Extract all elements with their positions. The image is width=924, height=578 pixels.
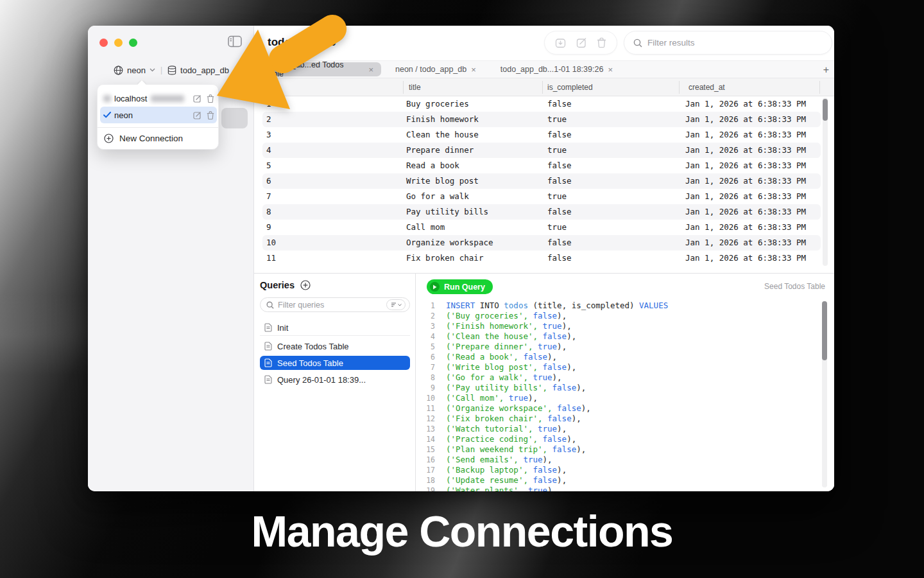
connection-switcher[interactable]: neon | todo_app_db: [114, 62, 229, 78]
table-row[interactable]: 9Call momtrueJan 1, 2026 at 6:38:33 PM: [254, 220, 834, 235]
code-text: ('Update resume', false),: [440, 475, 567, 486]
code-text: ('Fix broken chair', false),: [440, 414, 581, 424]
minimize-window-button[interactable]: [114, 39, 123, 47]
column-header-created-at[interactable]: created_at: [689, 83, 725, 92]
query-item[interactable]: Query 26-01-01 18:39...: [260, 372, 410, 387]
line-number: 12: [416, 414, 440, 424]
query-list: InitCreate Todos TableSeed Todos TableQu…: [260, 320, 410, 389]
filter-results-input[interactable]: [647, 38, 808, 48]
query-item[interactable]: Init: [260, 320, 410, 336]
edit-connection-icon[interactable]: [193, 94, 201, 103]
code-line: 3('Finish homework', true),: [416, 321, 826, 331]
query-item[interactable]: Create Todos Table: [260, 339, 410, 353]
code-line: 19('Water plants', true),: [416, 486, 826, 491]
edit-row-icon[interactable]: [576, 37, 587, 48]
table-row[interactable]: 3Clean the housefalseJan 1, 2026 at 6:38…: [254, 127, 834, 143]
table-row[interactable]: 2Finish homeworktrueJan 1, 2026 at 6:38:…: [254, 112, 834, 127]
connection-item-localhost[interactable]: localhost: [100, 90, 217, 107]
export-icon[interactable]: [555, 37, 566, 48]
table-cell: Prepare dinner: [406, 143, 474, 158]
column-divider[interactable]: [403, 81, 404, 94]
line-number: 15: [416, 444, 440, 455]
table-cell: 5: [266, 158, 271, 173]
table-cell: Jan 1, 2026 at 6:38:33 PM: [685, 127, 806, 143]
code-line: 2('Buy groceries', false),: [416, 311, 826, 321]
line-number: 10: [416, 393, 440, 403]
line-number: 4: [416, 331, 440, 342]
table-scrollbar-thumb[interactable]: [823, 99, 828, 121]
caption-text: Manage Connections: [0, 506, 924, 556]
sidebar-selected-item: [221, 108, 248, 128]
column-header-is-completed[interactable]: is_completed: [547, 83, 593, 92]
table-row[interactable]: 11Fix broken chairfalseJan 1, 2026 at 6:…: [254, 250, 834, 266]
table-cell: Go for a walk: [406, 189, 469, 204]
query-item-label: Create Todos Table: [277, 342, 349, 351]
line-number: 11: [416, 403, 440, 414]
code-text: ('Buy groceries', false),: [440, 311, 567, 321]
tab-seed-todos-table[interactable]: do_app_db...ed Todos Table ×: [257, 62, 381, 76]
code-line: 12('Fix broken chair', false),: [416, 414, 826, 424]
code-line: 18('Update resume', false),: [416, 475, 826, 486]
table-cell: false: [547, 158, 572, 173]
current-query-name: Seed Todos Table: [764, 282, 825, 291]
table-cell: Jan 1, 2026 at 6:38:33 PM: [685, 173, 806, 189]
table-row[interactable]: 6Write blog postfalseJan 1, 2026 at 6:38…: [254, 173, 834, 189]
close-tab-icon[interactable]: ×: [368, 66, 373, 74]
edit-connection-icon[interactable]: [193, 111, 201, 119]
query-item-label: Init: [277, 323, 288, 333]
close-window-button[interactable]: [99, 39, 108, 47]
line-number: 19: [416, 486, 440, 491]
tab-neon-todo-app-db[interactable]: neon / todo_app_db ×: [388, 62, 484, 76]
table-row[interactable]: 7Go for a walktrueJan 1, 2026 at 6:38:33…: [254, 189, 834, 204]
close-tab-icon[interactable]: ×: [608, 66, 613, 74]
popover-caret: [137, 80, 146, 85]
tab-query-timestamp[interactable]: todo_app_db...1-01 18:39:26 ×: [493, 62, 620, 76]
code-text: INSERT INTO todos (title, is_completed) …: [440, 301, 668, 311]
add-query-icon[interactable]: [300, 280, 311, 290]
table-cell: 11: [266, 250, 276, 266]
sql-editor[interactable]: Run Query Seed Todos Table 1INSERT INTO …: [416, 274, 834, 491]
close-tab-icon[interactable]: ×: [471, 66, 476, 74]
filter-results-box: [624, 31, 832, 55]
globe-icon: [114, 66, 123, 75]
delete-connection-icon[interactable]: [207, 111, 214, 119]
new-connection-button[interactable]: New Connection: [100, 130, 217, 146]
table-row[interactable]: 4Prepare dinnertrueJan 1, 2026 at 6:38:3…: [254, 143, 834, 158]
new-tab-button[interactable]: +: [823, 61, 829, 79]
filter-queries-input[interactable]: [278, 301, 382, 310]
line-number: 18: [416, 475, 440, 486]
query-item[interactable]: Seed Todos Table: [260, 356, 410, 370]
table-cell: Buy groceries: [406, 96, 469, 112]
column-divider[interactable]: [542, 81, 543, 94]
code-line: 10('Call mom', true),: [416, 393, 826, 403]
code-line: 13('Watch tutorial', true),: [416, 424, 826, 434]
code-text: ('Call mom', true),: [440, 393, 538, 403]
zoom-window-button[interactable]: [129, 39, 137, 47]
delete-connection-icon[interactable]: [207, 94, 214, 103]
delete-row-icon[interactable]: [597, 37, 606, 48]
table-row[interactable]: 1Buy groceriesfalseJan 1, 2026 at 6:38:3…: [254, 96, 834, 112]
sidebar-toggle-icon[interactable]: [228, 35, 242, 48]
table-cell: Jan 1, 2026 at 6:38:33 PM: [685, 112, 806, 127]
table-cell: Finish homework: [406, 112, 479, 127]
code-line: 6('Read a book', false),: [416, 352, 826, 362]
column-divider[interactable]: [819, 81, 820, 94]
redacted-blur: [103, 95, 111, 102]
run-query-button[interactable]: Run Query: [427, 279, 493, 294]
column-divider[interactable]: [679, 81, 680, 94]
connection-item-neon[interactable]: neon: [100, 107, 217, 123]
line-number: 8: [416, 372, 440, 383]
table-cell: Jan 1, 2026 at 6:38:33 PM: [685, 96, 806, 112]
line-number: 7: [416, 362, 440, 372]
query-sort-button[interactable]: [386, 299, 406, 310]
column-header-title[interactable]: title: [409, 83, 421, 92]
table-row[interactable]: 5Read a bookfalseJan 1, 2026 at 6:38:33 …: [254, 158, 834, 173]
editor-scrollbar-thumb[interactable]: [822, 301, 827, 360]
plus-circle-icon: [104, 134, 114, 143]
column-header-id[interactable]: id: [268, 83, 273, 92]
table-row[interactable]: 8Pay utility billsfalseJan 1, 2026 at 6:…: [254, 204, 834, 220]
table-cell: false: [547, 204, 572, 220]
code-text: ('Read a book', false),: [440, 352, 557, 362]
table-row[interactable]: 10Organize workspacefalseJan 1, 2026 at …: [254, 235, 834, 250]
table-cell: false: [547, 173, 572, 189]
